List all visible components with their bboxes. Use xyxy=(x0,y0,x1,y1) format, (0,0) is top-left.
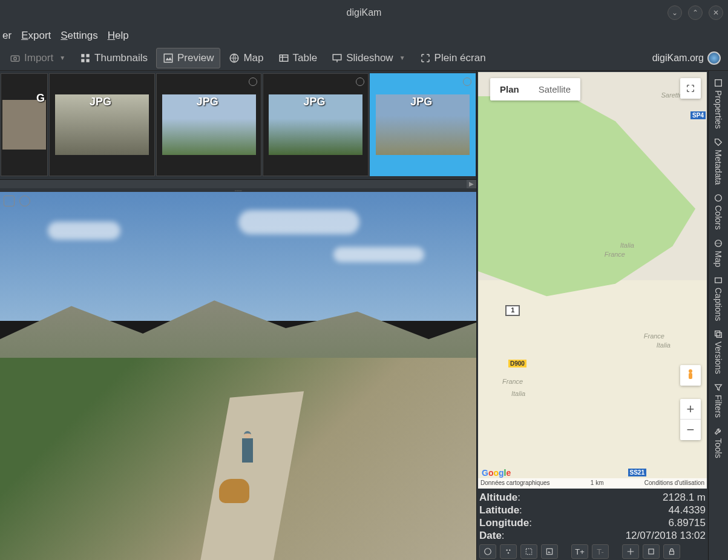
preview-pane[interactable] xyxy=(0,192,476,560)
format-badge: JPG xyxy=(90,96,111,108)
tab-captions[interactable]: Captions xyxy=(711,272,726,324)
cluster-icon xyxy=(504,547,513,556)
svg-point-26 xyxy=(715,195,722,202)
map-image-button[interactable] xyxy=(541,544,558,559)
map-engine-button[interactable] xyxy=(479,544,496,559)
close-icon[interactable]: ✕ xyxy=(709,5,723,20)
map-select-button[interactable] xyxy=(643,544,660,559)
map-fullscreen-button[interactable] xyxy=(680,78,701,99)
svg-point-19 xyxy=(508,552,509,553)
import-button[interactable]: Import ▼ xyxy=(4,48,71,68)
play-icon[interactable] xyxy=(19,196,30,206)
map-toolbar: T+ T- xyxy=(477,543,708,560)
map-widget[interactable]: Plan Satellite Saretto Italia France Fra… xyxy=(478,72,707,489)
text-increase-button[interactable]: T+ xyxy=(571,544,588,559)
table-button[interactable]: Table xyxy=(272,48,324,68)
svg-rect-3 xyxy=(87,54,90,57)
thumbnail-strip: G JPG JPG JPG JPG xyxy=(0,71,476,180)
svg-rect-15 xyxy=(689,373,692,379)
tab-colors[interactable]: Colors xyxy=(711,189,726,233)
menu-leftcut[interactable]: er xyxy=(2,30,11,42)
map-lock-button[interactable] xyxy=(663,544,680,559)
road-badge: D900 xyxy=(508,360,526,367)
menubar: er EExportxport Settings Help xyxy=(0,25,728,45)
svg-rect-4 xyxy=(81,59,84,62)
thumbnail-item[interactable]: JPG xyxy=(263,73,369,176)
format-badge: JPG xyxy=(303,96,325,108)
tag-icon xyxy=(713,137,723,147)
map-button[interactable]: Map xyxy=(223,48,269,68)
thumbnail-item[interactable]: JPG xyxy=(370,73,476,176)
menu-settings[interactable]: Settings xyxy=(61,30,97,42)
thumbnail-item[interactable]: JPG xyxy=(49,73,155,176)
map-satellite-button[interactable]: Satellite xyxy=(529,78,580,100)
svg-point-14 xyxy=(689,369,692,373)
info-icon xyxy=(713,78,723,88)
menu-help[interactable]: Help xyxy=(108,30,129,42)
tab-properties[interactable]: Properties xyxy=(711,74,726,133)
preview-button[interactable]: Preview xyxy=(156,48,220,68)
svg-rect-12 xyxy=(333,54,341,60)
svg-rect-21 xyxy=(546,548,552,554)
map-plan-button[interactable]: Plan xyxy=(490,78,529,100)
geo-icon xyxy=(463,77,471,86)
svg-rect-5 xyxy=(87,59,90,62)
pegman-button[interactable] xyxy=(680,365,701,386)
digikam-logo-icon xyxy=(707,51,721,65)
tab-tools[interactable]: Tools xyxy=(711,423,726,462)
date-value: 12/07/2018 13:02 xyxy=(626,529,706,542)
svg-point-16 xyxy=(485,548,491,555)
thumbnail-item[interactable]: G xyxy=(1,73,48,176)
map-place-label: France xyxy=(502,378,523,385)
brand-link[interactable]: digiKam.org xyxy=(652,51,721,65)
text-decrease-button[interactable]: T- xyxy=(592,544,609,559)
map-zoom-control: + − xyxy=(680,399,701,440)
altitude-value: 2128.1 m xyxy=(663,491,706,504)
image-icon xyxy=(163,53,174,64)
globe-icon xyxy=(713,239,723,248)
svg-rect-0 xyxy=(11,56,19,61)
select-icon xyxy=(647,547,655,556)
chevron-down-icon: ▼ xyxy=(59,54,65,61)
geo-icon xyxy=(249,77,257,86)
tab-metadata[interactable]: Metadata xyxy=(711,134,726,188)
toolbar: Import ▼ Thumbnails Preview Map Table Sl… xyxy=(0,45,728,71)
format-badge: JPG xyxy=(197,96,218,108)
fullscreen-button[interactable]: Plein écran xyxy=(414,48,492,68)
svg-point-17 xyxy=(507,550,508,551)
tab-versions[interactable]: Versions xyxy=(711,326,726,378)
zoom-out-button[interactable]: − xyxy=(680,420,701,440)
presentation-icon xyxy=(332,53,343,64)
expand-icon xyxy=(420,53,431,64)
thumbnails-button[interactable]: Thumbnails xyxy=(74,48,154,68)
longitude-value: 6.89715 xyxy=(669,516,706,529)
map-pan-button[interactable] xyxy=(622,544,639,559)
thumbnail-scrollbar[interactable]: ▶ xyxy=(0,180,476,188)
tab-map[interactable]: Map xyxy=(711,235,726,271)
map-thumb-button[interactable] xyxy=(520,544,537,559)
minimize-icon[interactable]: ⌄ xyxy=(667,5,682,20)
map-terms-link[interactable]: Conditions d'utilisation xyxy=(644,479,704,487)
right-sidebar-tabs: Properties Metadata Colors Map Captions … xyxy=(708,71,728,560)
zoom-in-button[interactable]: + xyxy=(680,399,701,420)
maximize-icon[interactable]: ⌃ xyxy=(688,5,703,20)
face-tag-icon[interactable] xyxy=(4,196,15,206)
menu-export[interactable]: EExportxport xyxy=(21,30,51,42)
tab-filters[interactable]: Filters xyxy=(711,379,726,421)
preview-image xyxy=(0,192,476,560)
road-badge: SS21 xyxy=(628,469,646,476)
geo-info: Altitude:2128.1 m Latitude:44.4339 Longi… xyxy=(477,490,708,543)
map-type-switch: Plan Satellite xyxy=(490,78,580,100)
svg-rect-28 xyxy=(715,278,722,283)
globe-icon xyxy=(229,53,240,64)
latitude-value: 44.4339 xyxy=(669,504,706,516)
map-photo-marker[interactable]: 1 xyxy=(505,305,520,316)
map-attribution: Données cartographiques 1 km Conditions … xyxy=(478,478,707,489)
camera-icon xyxy=(10,53,21,64)
svg-rect-23 xyxy=(649,549,654,554)
thumbnail-item[interactable]: JPG xyxy=(156,73,262,176)
chevron-down-icon: ▼ xyxy=(399,54,405,61)
map-cluster-button[interactable] xyxy=(500,544,517,559)
slideshow-button[interactable]: Slideshow ▼ xyxy=(326,48,411,68)
scroll-right-icon[interactable]: ▶ xyxy=(467,180,476,188)
